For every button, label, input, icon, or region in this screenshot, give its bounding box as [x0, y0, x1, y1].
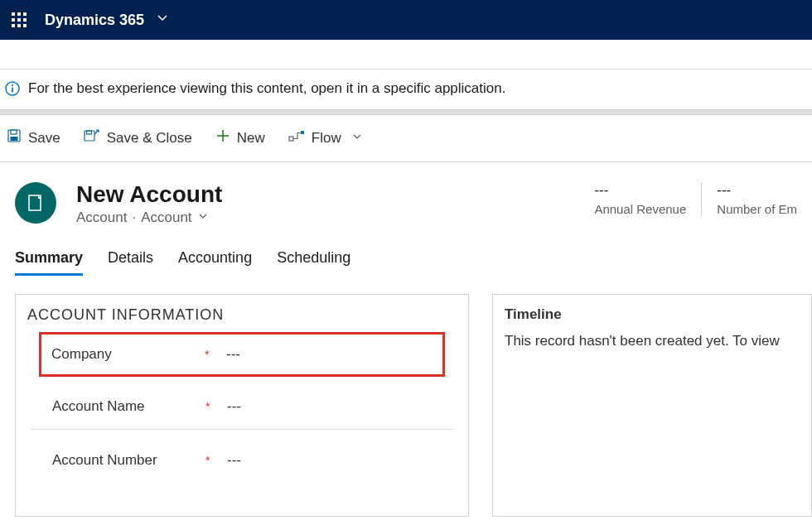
account-number-field[interactable]: Account Number * --- — [31, 438, 453, 483]
tab-scheduling[interactable]: Scheduling — [277, 249, 350, 276]
flow-button[interactable]: Flow — [288, 129, 363, 147]
save-label: Save — [28, 130, 60, 147]
field-value: --- — [226, 346, 240, 363]
field-label: Account Number — [52, 452, 205, 469]
field-value: --- — [227, 398, 241, 415]
metric-annual-revenue: --- Annual Revenue — [579, 182, 701, 216]
svg-rect-4 — [11, 130, 17, 134]
metric-employees: --- Number of Em — [701, 182, 812, 216]
metric-value: --- — [594, 182, 686, 199]
info-icon — [5, 81, 20, 96]
command-bar: Save Save & Close New Flow — [0, 115, 812, 162]
svg-rect-2 — [12, 88, 13, 93]
account-information-section: ACCOUNT INFORMATION Company * --- Accoun… — [15, 294, 469, 517]
breadcrumb[interactable]: Account · Account — [76, 209, 222, 226]
save-icon — [7, 128, 22, 147]
svg-rect-7 — [86, 131, 91, 134]
entity-name: Account — [76, 209, 127, 226]
info-banner: For the best experience viewing this con… — [0, 69, 812, 109]
flow-label: Flow — [312, 130, 341, 147]
chevron-down-icon[interactable] — [156, 12, 169, 28]
required-asterisk-icon: * — [205, 348, 226, 361]
form-tabs: Summary Details Accounting Scheduling — [0, 226, 812, 276]
tab-summary[interactable]: Summary — [15, 249, 83, 276]
tab-accounting[interactable]: Accounting — [178, 249, 252, 276]
account-name-field[interactable]: Account Name * --- — [31, 385, 453, 430]
form-body: ACCOUNT INFORMATION Company * --- Accoun… — [0, 276, 812, 517]
save-close-icon — [84, 128, 100, 147]
svg-rect-6 — [85, 131, 94, 141]
field-label: Account Name — [52, 398, 205, 415]
section-title: ACCOUNT INFORMATION — [27, 306, 457, 324]
entity-avatar-icon — [15, 182, 56, 224]
product-title: Dynamics 365 — [45, 12, 144, 29]
page-title: New Account — [76, 182, 222, 208]
field-value: --- — [227, 452, 241, 469]
required-asterisk-icon: * — [205, 454, 227, 467]
metric-label: Annual Revenue — [594, 202, 686, 216]
save-close-label: Save & Close — [107, 130, 192, 147]
record-header: New Account Account · Account --- Annual… — [0, 162, 812, 226]
chevron-down-icon — [197, 209, 209, 226]
new-label: New — [237, 130, 265, 147]
svg-point-1 — [12, 84, 13, 86]
info-banner-text: For the best experience viewing this con… — [28, 80, 505, 97]
save-close-button[interactable]: Save & Close — [84, 128, 192, 147]
chevron-down-icon — [351, 130, 363, 147]
timeline-message: This record hasn't been created yet. To … — [505, 333, 800, 349]
form-name: Account — [141, 209, 191, 226]
company-field[interactable]: Company * --- — [39, 332, 445, 377]
header-metrics: --- Annual Revenue --- Number of Em — [579, 182, 812, 216]
separator — [0, 109, 812, 115]
required-asterisk-icon: * — [205, 400, 227, 413]
timeline-section: Timeline This record hasn't been created… — [492, 294, 812, 517]
svg-rect-8 — [289, 137, 293, 141]
top-navbar: Dynamics 365 — [0, 0, 812, 40]
app-launcher-icon[interactable] — [12, 12, 27, 27]
field-label: Company — [51, 346, 205, 363]
metric-value: --- — [717, 182, 797, 199]
svg-rect-5 — [11, 137, 18, 141]
plus-icon — [215, 128, 230, 147]
metric-label: Number of Em — [717, 202, 797, 216]
tab-details[interactable]: Details — [108, 249, 153, 276]
new-button[interactable]: New — [215, 128, 265, 147]
timeline-title: Timeline — [505, 306, 800, 323]
save-button[interactable]: Save — [7, 128, 60, 147]
flow-icon — [288, 129, 305, 147]
svg-rect-9 — [301, 131, 304, 134]
